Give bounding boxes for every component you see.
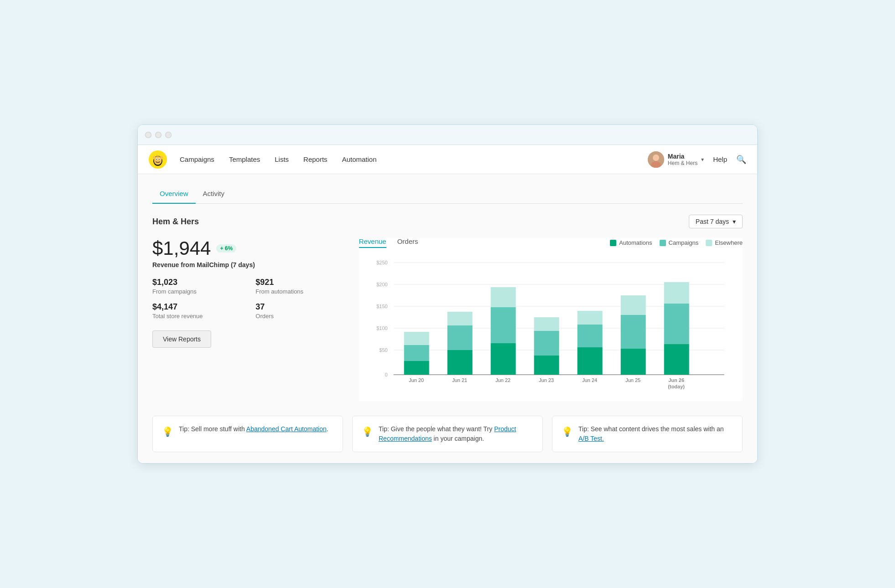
maximize-button[interactable] [165, 132, 172, 138]
svg-point-5 [156, 159, 157, 160]
bar-jun21-elsewhere [447, 312, 472, 325]
legend-automations: Automations [610, 239, 652, 246]
tip-link-3[interactable]: A/B Test. [578, 435, 604, 442]
view-reports-button[interactable]: View Reports [152, 330, 211, 348]
nav-campaigns[interactable]: Campaigns [180, 155, 214, 163]
legend-campaigns: Campaigns [660, 239, 699, 246]
revenue-amount-row: $1,944 + 6% [152, 237, 344, 259]
bar-jun23-automations [534, 356, 559, 375]
bar-jun23-elsewhere [534, 317, 559, 331]
svg-text:Jun 26: Jun 26 [668, 377, 684, 383]
stat-automations-label: From automations [255, 288, 344, 295]
tip-card-3: 💡 Tip: See what content drives the most … [552, 416, 743, 452]
legend-campaigns-swatch [660, 240, 666, 246]
svg-text:Jun 21: Jun 21 [452, 377, 467, 383]
tab-overview[interactable]: Overview [152, 185, 196, 204]
legend-elsewhere-label: Elsewhere [715, 239, 743, 246]
tip-icon-3: 💡 [562, 425, 573, 438]
user-name: Maria [668, 153, 697, 160]
bar-jun23-campaigns [534, 331, 559, 356]
chart-tabs-row: Revenue Orders Automations Campaigns [359, 237, 743, 248]
tip-link-1[interactable]: Abandoned Cart Automation [246, 425, 327, 433]
tip-card-2: 💡 Tip: Give the people what they want! T… [352, 416, 543, 452]
stats-grid: $1,023 From campaigns $921 From automati… [152, 278, 344, 320]
svg-text:Jun 23: Jun 23 [539, 377, 554, 383]
close-button[interactable] [145, 132, 151, 138]
nav-automation[interactable]: Automation [342, 155, 377, 163]
stat-orders-value: 37 [255, 302, 344, 312]
bar-jun22-automations [490, 343, 515, 375]
bar-jun20-elsewhere [404, 332, 429, 345]
revenue-value: $1,944 [152, 237, 211, 259]
help-link[interactable]: Help [713, 155, 727, 163]
app-window: Campaigns Templates Lists Reports Automa… [137, 124, 758, 464]
legend-elsewhere-swatch [706, 240, 712, 246]
tip-icon-1: 💡 [162, 425, 173, 438]
date-range-label: Past 7 days [696, 218, 729, 225]
stat-campaigns-value: $1,023 [152, 278, 241, 287]
section-header: Hem & Hers Past 7 days ▾ [152, 215, 743, 228]
bar-jun22-elsewhere [490, 287, 515, 307]
tip-text-1: Tip: Sell more stuff with Abandoned Cart… [179, 424, 328, 434]
user-org: Hem & Hers [668, 160, 697, 166]
section-title: Hem & Hers [152, 217, 199, 227]
bar-jun26-automations [664, 344, 689, 375]
stat-total-store-label: Total store revenue [152, 313, 241, 320]
legend-automations-swatch [610, 240, 616, 246]
nav-templates[interactable]: Templates [229, 155, 260, 163]
search-icon[interactable]: 🔍 [736, 155, 746, 165]
date-range-button[interactable]: Past 7 days ▾ [689, 215, 743, 228]
chart-tab-orders[interactable]: Orders [397, 237, 418, 248]
svg-text:$200: $200 [376, 282, 387, 287]
date-range-chevron-icon: ▾ [733, 218, 736, 225]
stat-orders: 37 Orders [255, 302, 344, 320]
nav-reports[interactable]: Reports [303, 155, 328, 163]
minimize-button[interactable] [155, 132, 161, 138]
tab-activity[interactable]: Activity [196, 185, 232, 204]
revenue-label: Revenue from MailChimp (7 days) [152, 261, 344, 268]
bar-jun26-campaigns [664, 304, 689, 344]
bar-chart: $250 $200 $150 $100 $50 0 [359, 255, 743, 401]
legend-automations-label: Automations [619, 239, 652, 246]
bar-jun26-elsewhere [664, 282, 689, 304]
navbar: Campaigns Templates Lists Reports Automa… [138, 145, 757, 174]
svg-point-10 [653, 155, 659, 161]
main-content: Overview Activity Hem & Hers Past 7 days… [138, 174, 757, 463]
nav-lists[interactable]: Lists [275, 155, 289, 163]
user-chevron-icon: ▾ [701, 156, 704, 163]
legend-elsewhere: Elsewhere [706, 239, 743, 246]
tip-card-1: 💡 Tip: Sell more stuff with Abandoned Ca… [152, 416, 343, 452]
stat-automations: $921 From automations [255, 278, 344, 295]
stat-total-store: $4,147 Total store revenue [152, 302, 241, 320]
bar-jun24-elsewhere [577, 311, 602, 325]
bar-jun25-campaigns [620, 315, 645, 349]
titlebar [138, 125, 757, 145]
logo[interactable] [149, 150, 167, 169]
bar-jun21-campaigns [447, 325, 472, 350]
navbar-right: Maria Hem & Hers ▾ Help 🔍 [648, 151, 746, 168]
page-tabs: Overview Activity [152, 185, 743, 204]
bar-jun24-automations [577, 347, 602, 375]
svg-text:$150: $150 [376, 304, 387, 309]
stat-campaigns-label: From campaigns [152, 288, 241, 295]
chart-tab-group: Revenue Orders [359, 237, 418, 248]
tip-text-3: Tip: See what content drives the most sa… [578, 424, 733, 444]
bar-jun20-campaigns [404, 345, 429, 361]
svg-text:Jun 25: Jun 25 [625, 377, 640, 383]
main-nav: Campaigns Templates Lists Reports Automa… [180, 155, 648, 163]
bar-jun25-elsewhere [620, 295, 645, 315]
svg-text:$250: $250 [376, 260, 387, 265]
bar-jun20-automations [404, 361, 429, 375]
svg-text:$100: $100 [376, 325, 387, 331]
bar-jun21-automations [447, 350, 472, 375]
svg-text:Jun 22: Jun 22 [495, 377, 510, 383]
bar-jun25-automations [620, 349, 645, 375]
stat-orders-label: Orders [255, 313, 344, 320]
avatar [648, 151, 664, 168]
chart-tab-revenue[interactable]: Revenue [359, 237, 386, 248]
stats-panel: $1,944 + 6% Revenue from MailChimp (7 da… [152, 237, 344, 401]
chart-legend: Automations Campaigns Elsewhere [610, 239, 743, 246]
legend-campaigns-label: Campaigns [669, 239, 699, 246]
stat-automations-value: $921 [255, 278, 344, 287]
user-menu[interactable]: Maria Hem & Hers ▾ [648, 151, 704, 168]
